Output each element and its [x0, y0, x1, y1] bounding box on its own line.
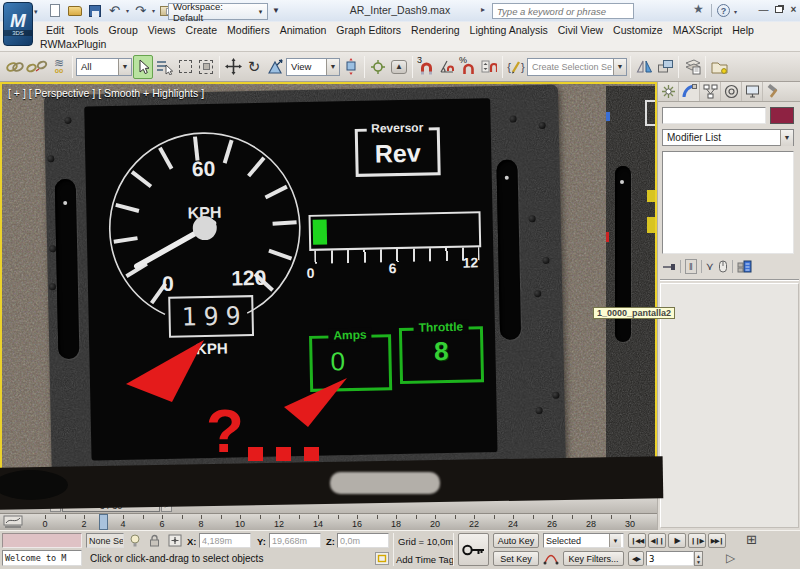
remove-modifier-button[interactable] — [718, 260, 728, 273]
logo-caret-icon[interactable]: ▾ — [34, 8, 38, 16]
open-file-button[interactable] — [66, 2, 83, 19]
menu-item-customize[interactable]: Customize — [611, 23, 665, 37]
layer-manager-button[interactable] — [682, 55, 702, 79]
make-unique-button[interactable]: ⋎ — [706, 260, 714, 273]
menu-item-modifiers[interactable]: Modifiers — [225, 23, 272, 37]
use-pivot-point-button[interactable] — [341, 55, 361, 79]
edit-named-selection-sets-button[interactable]: {} — [506, 55, 526, 79]
y-coordinate-field[interactable] — [269, 533, 321, 548]
track-bar[interactable]: 024681012141618202224262830 — [0, 513, 657, 530]
maxscript-m acro-recorder-field[interactable] — [2, 533, 82, 548]
select-and-scale-button[interactable] — [265, 55, 285, 79]
tab-display[interactable] — [742, 82, 763, 101]
coord-system-dropdown[interactable]: View▼ — [286, 58, 340, 76]
snaps-toggle-button[interactable]: 3 — [416, 55, 436, 79]
tab-create[interactable] — [658, 82, 679, 101]
isolate-selection-icon[interactable] — [374, 551, 390, 566]
mirror-button[interactable] — [634, 55, 654, 79]
next-frame-button[interactable]: ❙❙▶ — [688, 533, 706, 548]
second-dashboard-panel[interactable] — [606, 86, 655, 490]
new-file-button[interactable] — [46, 2, 63, 19]
menu-item-views[interactable]: Views — [146, 23, 178, 37]
undo-caret-icon[interactable]: ▾ — [126, 7, 129, 14]
key-filters-button[interactable]: Key Filters... — [563, 551, 624, 566]
go-to-end-button[interactable]: ▶▶❙ — [708, 533, 726, 548]
menu-item-help[interactable]: Help — [730, 23, 756, 37]
named-selection-sets-dropdown[interactable]: Create Selection Se▼ — [527, 58, 627, 76]
restore-button[interactable] — [771, 2, 786, 16]
help-caret-icon[interactable]: ▾ — [734, 8, 737, 15]
modifier-list-dropdown[interactable]: Modifier List ▼ — [662, 129, 794, 146]
object-name-field[interactable] — [662, 107, 766, 124]
key-mode-toggle-button[interactable]: ◀▶ — [628, 551, 644, 566]
object-color-swatch[interactable] — [770, 107, 794, 124]
tab-motion[interactable] — [721, 82, 742, 101]
menu-item-animation[interactable]: Animation — [278, 23, 329, 37]
select-by-name-button[interactable] — [154, 55, 174, 79]
tab-utilities[interactable] — [763, 82, 784, 101]
menu-item-graph-editors[interactable]: Graph Editors — [334, 23, 403, 37]
play-button[interactable]: ▶ — [668, 533, 686, 548]
percent-snap-button[interactable]: % — [458, 55, 478, 79]
modifier-stack[interactable] — [662, 151, 794, 254]
zoom-region-icon[interactable]: ▷ — [726, 551, 735, 565]
menu-item-lighting-analysis[interactable]: Lighting Analysis — [468, 23, 550, 37]
show-end-result-button[interactable]: ‖ — [685, 259, 697, 274]
menu-item-tools[interactable]: Tools — [72, 23, 101, 37]
favorites-star-icon[interactable]: ★ — [693, 2, 704, 16]
tab-hierarchy[interactable] — [700, 82, 721, 101]
zoom-extents-icon[interactable] — [762, 549, 800, 566]
menu-item-edit[interactable]: Edit — [44, 23, 66, 37]
bind-to-spacewarp-button[interactable]: ≋oo — [49, 55, 69, 79]
angle-snap-button[interactable] — [437, 55, 457, 79]
selection-lock-icon[interactable] — [147, 533, 162, 548]
z-coordinate-field[interactable] — [337, 533, 389, 548]
selection-set-dropdown[interactable]: Selected▼ — [543, 533, 624, 548]
select-and-move-button[interactable] — [223, 55, 243, 79]
absolute-mode-icon[interactable] — [167, 533, 183, 548]
menu-item-rendering[interactable]: Rendering — [409, 23, 461, 37]
dashboard-model[interactable]: 60 0 120 KPH 199 KPH Reversor Rev — [44, 85, 566, 488]
pin-stack-button[interactable] — [662, 261, 676, 273]
align-button[interactable] — [655, 55, 675, 79]
workspace-dropdown[interactable]: Workspace: Default ▾ — [168, 3, 268, 20]
save-file-button[interactable] — [86, 2, 103, 19]
selection-filter-dropdown[interactable]: All▼ — [76, 58, 132, 76]
default-tangent-icon[interactable] — [543, 552, 560, 566]
menu-item-civil-view[interactable]: Civil View — [556, 23, 605, 37]
zoom-all-icon[interactable]: ⊞ — [746, 532, 757, 547]
infocenter-flyout-icon[interactable]: ▸ — [481, 5, 485, 14]
undo-button[interactable]: ↶ — [106, 2, 123, 19]
menu-item-group[interactable]: Group — [107, 23, 140, 37]
go-to-start-button[interactable]: ❙◀◀ — [628, 533, 646, 548]
frame-spinner[interactable]: ▲▼ — [694, 551, 703, 566]
set-key-button[interactable]: Set Key — [493, 551, 539, 566]
select-and-manipulate-button[interactable] — [368, 55, 388, 79]
help-button[interactable]: ? — [717, 4, 730, 17]
perspective-viewport[interactable]: [ + ] [ Perspective ] [ Smooth + Highlig… — [0, 82, 657, 497]
auto-key-button[interactable]: Auto Key — [493, 533, 539, 548]
qat-overflow-caret-icon[interactable]: ▼ — [272, 6, 280, 15]
tab-modify[interactable] — [679, 82, 700, 101]
window-crossing-toggle[interactable] — [196, 55, 216, 79]
spinner-snap-button[interactable] — [479, 55, 499, 79]
current-frame-field[interactable] — [646, 551, 694, 566]
scene-states-button[interactable] — [709, 55, 729, 79]
configure-modifier-sets-button[interactable] — [737, 260, 752, 273]
search-input[interactable] — [492, 3, 634, 19]
selection-lock-bulb-icon[interactable] — [128, 533, 142, 548]
zoom-viewport-icon[interactable] — [728, 532, 800, 549]
maxscript-listener-field[interactable]: Welcome to M — [2, 550, 82, 566]
rectangular-selection-button[interactable] — [175, 55, 195, 79]
minimize-button[interactable]: — — [756, 2, 771, 16]
unlink-button[interactable] — [26, 55, 48, 79]
x-coordinate-field[interactable] — [199, 533, 251, 548]
dashboard-screen[interactable]: 60 0 120 KPH 199 KPH Reversor Rev — [84, 98, 497, 460]
add-time-tag-label[interactable]: Add Time Tag — [396, 554, 454, 565]
keyboard-override-toggle[interactable]: ▲ — [389, 55, 409, 79]
menu-item-rwmaxplugin[interactable]: RWMaxPlugin — [38, 37, 108, 51]
close-button[interactable]: × — [786, 2, 800, 16]
previous-frame-button[interactable]: ◀❙❙ — [648, 533, 666, 548]
current-frame-marker[interactable] — [99, 514, 108, 530]
set-keys-button[interactable] — [458, 533, 489, 566]
